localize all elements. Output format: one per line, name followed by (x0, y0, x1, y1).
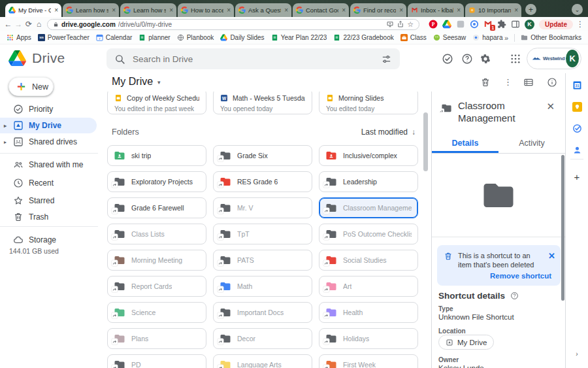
tab-search-chevron-icon[interactable]: ⌄ (572, 4, 583, 15)
folder-card[interactable]: Science (107, 302, 206, 323)
bookmark-item[interactable]: hapara (472, 34, 502, 41)
browser-tab[interactable]: Find or recov× (350, 3, 406, 17)
bookmark-item[interactable]: Seesaw (433, 34, 466, 41)
alert-close-icon[interactable]: ✕ (548, 251, 555, 269)
folder-card[interactable]: Inclusive/complex (319, 145, 418, 166)
folder-card[interactable]: Holidays (319, 328, 418, 349)
gray-extension-icon[interactable] (456, 20, 465, 29)
browser-tab[interactable]: Inbox - klbah× (408, 3, 464, 17)
list-view-toggle-icon[interactable] (523, 77, 534, 88)
bookmark-item[interactable]: planner (139, 34, 170, 41)
folder-card[interactable]: Language Arts (213, 354, 312, 368)
settings-gear-icon[interactable] (480, 53, 491, 65)
sort-button[interactable]: Last modified ↓ (361, 127, 416, 137)
drive-logo[interactable]: Drive (8, 50, 65, 66)
gmail-extension-icon[interactable]: 1 (483, 20, 493, 29)
folder-card[interactable]: Exploratory Projects (107, 171, 206, 192)
browser-tab[interactable]: Learn how sh× (63, 3, 119, 17)
new-button[interactable]: New (8, 77, 54, 96)
tab-close-icon[interactable]: × (169, 7, 173, 14)
folder-card[interactable]: Mr. V (213, 197, 312, 218)
install-icon[interactable] (386, 20, 394, 28)
back-icon[interactable]: ← (4, 20, 12, 29)
browser-avatar[interactable]: K (525, 20, 534, 29)
folder-card[interactable]: Social Studies (319, 250, 418, 271)
tasks-icon[interactable] (572, 124, 582, 133)
bookmark-item[interactable]: Year Plan 22/23 (271, 34, 327, 41)
browser-tab[interactable]: How to acces× (178, 3, 234, 17)
bookmarks-overflow-chevron[interactable]: » (504, 34, 508, 42)
folder-card[interactable]: PD (107, 354, 206, 368)
hide-panel-chevron-icon[interactable]: › (566, 350, 588, 358)
sidebar-item-recent[interactable]: Recent (0, 175, 97, 191)
folder-card[interactable]: PATS (213, 250, 312, 271)
tab-close-icon[interactable]: × (111, 7, 116, 14)
close-icon[interactable]: ✕ (546, 101, 555, 112)
sidebar-item-storage[interactable]: Storage (0, 232, 97, 248)
browser-tab[interactable]: Ask a Questio× (235, 3, 291, 17)
suggested-file-card[interactable]: Morning SlidesYou edited today (319, 92, 418, 114)
reload-icon[interactable]: ⟳ (25, 20, 33, 29)
folder-card[interactable]: ski trip (107, 145, 206, 166)
tab-close-icon[interactable]: × (514, 7, 518, 14)
browser-tab[interactable]: Learn how sh× (120, 3, 176, 17)
sidebar-item-my-drive[interactable]: ▸My Drive (0, 118, 97, 133)
sidebar-item-shared-with-me[interactable]: Shared with me (0, 157, 97, 173)
tab-close-icon[interactable]: × (284, 7, 288, 14)
folder-card[interactable]: Health (319, 302, 418, 323)
sidebar-item-trash[interactable]: Trash (0, 209, 97, 225)
suggested-file-card[interactable]: Copy of Weekly SchedulesYou edited in th… (107, 92, 206, 114)
expand-arrow-icon[interactable]: ▸ (0, 139, 10, 145)
folder-card[interactable]: Grade 6 Farewell (107, 197, 206, 218)
folder-card[interactable]: Leadership (319, 171, 418, 192)
search-input[interactable] (133, 54, 374, 64)
account-avatar[interactable]: K (566, 50, 579, 67)
search-icon[interactable] (114, 54, 125, 65)
browser-tab[interactable]: 10 Important× (465, 3, 521, 17)
page-title-dropdown[interactable]: My Drive ▾ (112, 76, 161, 88)
folder-card[interactable]: TpT (213, 224, 312, 244)
contacts-icon[interactable] (572, 145, 582, 155)
tab-close-icon[interactable]: × (341, 7, 346, 14)
browser-menu-icon[interactable]: ⋮ (576, 20, 584, 29)
folder-card[interactable]: PoS Outcome Checklists (319, 224, 418, 244)
drive-extension-icon[interactable] (442, 20, 451, 29)
browser-tab[interactable]: Contact Goo× (293, 3, 349, 17)
sidebar-item-priority[interactable]: Priority (0, 101, 97, 117)
calendar-icon[interactable]: 31 (572, 80, 582, 90)
forward-icon[interactable]: → (14, 20, 23, 29)
folder-card[interactable]: Classroom Management (319, 197, 418, 218)
bookmark-item[interactable]: Class (400, 34, 427, 41)
folder-card[interactable]: Math (213, 276, 312, 297)
tab-close-icon[interactable]: × (399, 7, 403, 14)
folder-card[interactable]: RES Grade 6 (213, 171, 312, 192)
sidebar-item-shared-drives[interactable]: ▸Shared drives (0, 134, 97, 150)
blue-extension-icon[interactable] (470, 20, 479, 29)
account-pill[interactable]: Westwind K (527, 48, 581, 69)
trash-action-icon[interactable] (480, 77, 491, 88)
keep-icon[interactable] (572, 102, 582, 112)
info-icon[interactable] (547, 77, 557, 88)
bookmark-star-icon[interactable]: ☆ (407, 21, 414, 28)
more-actions-icon[interactable]: ⋮ (504, 77, 510, 88)
search-options-icon[interactable] (381, 54, 392, 65)
location-chip[interactable]: My Drive (438, 335, 494, 350)
side-panel-icon[interactable] (511, 20, 520, 29)
new-tab-button[interactable]: + (525, 4, 536, 15)
share-icon[interactable] (397, 20, 404, 28)
browser-tab[interactable]: My Drive - Go× (5, 3, 61, 17)
get-addons-icon[interactable]: + (566, 171, 588, 182)
expand-arrow-icon[interactable]: ▸ (0, 123, 10, 129)
folder-card[interactable]: Report Cards (107, 276, 206, 297)
folder-card[interactable]: Morning Meeting (107, 250, 206, 271)
remove-shortcut-link[interactable]: Remove shortcut (490, 272, 551, 280)
content-scrollbar[interactable] (423, 112, 428, 171)
panel-scrollbar[interactable] (561, 155, 564, 301)
pinterest-extension-icon[interactable]: P (429, 20, 438, 29)
tab-activity[interactable]: Activity (498, 133, 565, 153)
other-bookmarks[interactable]: Other Bookmarks (521, 34, 581, 41)
update-button[interactable]: Update (539, 20, 573, 29)
bookmark-item[interactable]: Apps (7, 34, 31, 41)
folder-card[interactable]: Important Docs (213, 302, 312, 323)
help-icon[interactable] (510, 292, 519, 300)
